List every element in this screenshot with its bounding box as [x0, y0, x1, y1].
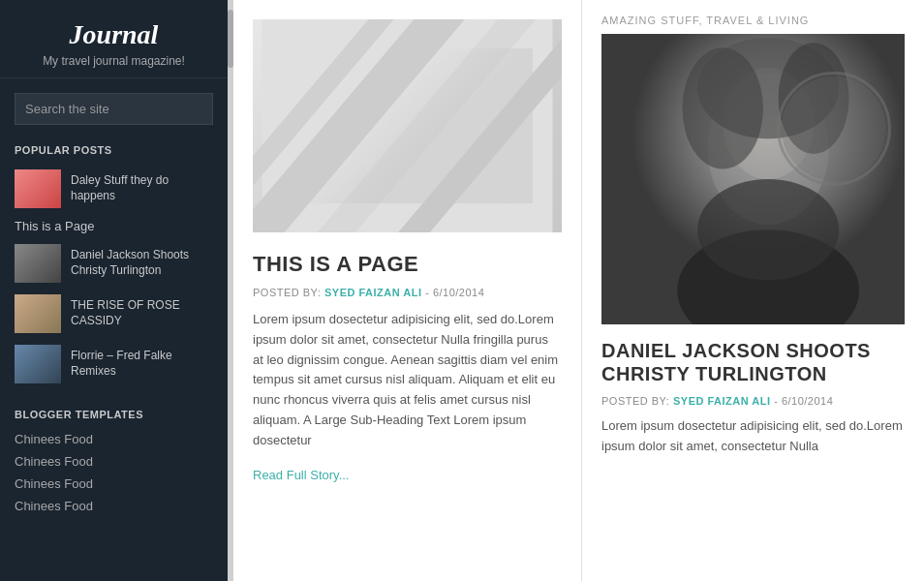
svg-point-13 — [697, 179, 839, 280]
post-title-1: Daley Stuff they do happens — [71, 173, 213, 203]
svg-line-2 — [321, 19, 534, 232]
meta-prefix: POSTED BY: — [253, 287, 321, 298]
article-date: 6/10/2014 — [433, 287, 484, 298]
post-thumb-3 — [15, 294, 61, 333]
right-feature-image — [601, 34, 905, 324]
svg-point-15 — [782, 76, 887, 182]
right-article-author[interactable]: SYED FAIZAN ALI — [673, 395, 771, 407]
page-link[interactable]: This is a Page — [0, 214, 228, 238]
right-category: AMAZING STUFF, TRAVEL & LIVING — [601, 15, 905, 26]
search-input[interactable] — [15, 93, 213, 125]
blogger-link-1[interactable]: Chinees Food — [0, 428, 228, 450]
blogger-link-2[interactable]: Chinees Food — [0, 450, 228, 473]
svg-line-1 — [253, 19, 456, 232]
blogger-link-3[interactable]: Chinees Food — [0, 473, 228, 495]
article-meta: POSTED BY: SYED FAIZAN ALI - 6/10/2014 — [253, 287, 562, 298]
site-subtitle: My travel journal magazine! — [15, 54, 213, 68]
center-column: THIS IS A PAGE POSTED BY: SYED FAIZAN AL… — [233, 0, 582, 581]
blogger-templates-label: BLOGGER TEMPLATES — [0, 404, 228, 428]
post-thumb-2 — [15, 244, 61, 283]
right-column: AMAZING STUFF, TRAVEL & LIVING — [582, 0, 924, 581]
popular-post-item-4[interactable]: Florrie – Fred Falke Remixes — [0, 339, 228, 389]
right-article-meta: POSTED BY: SYED FAIZAN ALI - 6/10/2014 — [601, 395, 905, 407]
post-title-4: Florrie – Fred Falke Remixes — [71, 349, 213, 379]
read-more-link[interactable]: Read Full Story... — [253, 468, 349, 482]
site-title: Journal — [15, 19, 213, 50]
popular-post-item-1[interactable]: Daley Stuff they do happens — [0, 164, 228, 214]
post-thumb-1 — [15, 169, 61, 208]
post-thumb-4 — [15, 345, 61, 383]
article-title: THIS IS A PAGE — [253, 252, 562, 277]
right-meta-prefix: POSTED BY: — [601, 395, 669, 407]
right-meta-dash: - — [774, 395, 782, 407]
main-content: THIS IS A PAGE POSTED BY: SYED FAIZAN AL… — [233, 0, 924, 581]
svg-point-10 — [682, 47, 762, 168]
post-title-3: THE RISE OF ROSE CASSIDY — [71, 298, 213, 328]
right-article-date: 6/10/2014 — [782, 395, 833, 407]
svg-rect-0 — [262, 19, 553, 232]
article-author[interactable]: SYED FAIZAN ALI — [324, 287, 422, 298]
sidebar: Journal My travel journal magazine! POPU… — [0, 0, 228, 581]
popular-post-item-3[interactable]: THE RISE OF ROSE CASSIDY — [0, 289, 228, 339]
right-article-body: Lorem ipsum dosectetur adipisicing elit,… — [601, 416, 905, 457]
search-box[interactable] — [15, 93, 213, 125]
scrollbar[interactable] — [228, 0, 233, 581]
right-article-title: DANIEL JACKSON SHOOTS CHRISTY TURLINGTON — [601, 339, 905, 385]
meta-dash: - — [425, 287, 433, 298]
post-title-2: Daniel Jackson Shoots Christy Turlington — [71, 248, 213, 278]
sidebar-header: Journal My travel journal magazine! — [0, 0, 228, 78]
article-hero-image — [253, 19, 562, 232]
blogger-link-4[interactable]: Chinees Food — [0, 495, 228, 517]
popular-post-item-2[interactable]: Daniel Jackson Shoots Christy Turlington — [0, 238, 228, 289]
popular-posts-label: POPULAR POSTS — [0, 139, 228, 164]
article-body: Lorem ipsum dosectetur adipisicing elit,… — [253, 310, 562, 451]
scrollbar-thumb[interactable] — [228, 10, 233, 68]
